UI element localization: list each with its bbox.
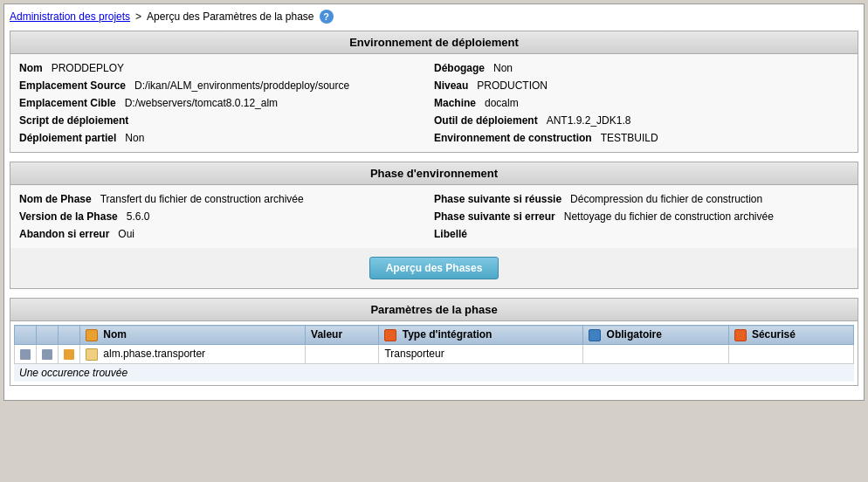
col-valeur-header: Valeur: [306, 326, 379, 345]
securise-header-icon: [734, 329, 747, 341]
phase-button-row: Aperçu des Phases: [10, 248, 858, 288]
deploy-cible-value: D:/webservers/tomcat8.0.12_alm: [125, 97, 434, 109]
phase-suivante-err-field: Phase suivante si erreur Nettoyage du fi…: [434, 208, 849, 225]
deploy-nom-value: PRODDEPLOY: [52, 62, 434, 74]
row-securise: [728, 344, 853, 363]
found-count: Une occurence trouvée: [14, 364, 854, 382]
col-valeur-label: Valeur: [311, 328, 342, 341]
row-icon-2: [42, 349, 52, 360]
obligatoire-header-icon: [589, 329, 601, 341]
deploy-debug-label: Débogage: [434, 62, 490, 74]
deploy-source-label: Emplacement Source: [19, 79, 131, 92]
phase-suivante-ok-field: Phase suivante si réussie Décompression …: [434, 190, 849, 208]
deploy-section: Environnement de déploiement Nom PRODDEP…: [10, 31, 858, 153]
phase-version-label: Version de la Phase: [19, 210, 123, 223]
deploy-script-field: Script de déploiement: [19, 112, 434, 129]
phase-nom-label: Nom de Phase: [19, 193, 97, 205]
deploy-partiel-label: Déploiement partiel: [19, 132, 121, 144]
col-nom-label: Nom: [103, 328, 127, 341]
help-icon[interactable]: ?: [320, 10, 334, 24]
deploy-machine-value: docalm: [485, 97, 849, 109]
phase-suivante-err-label: Phase suivante si erreur: [434, 210, 561, 223]
row-action2: [37, 344, 59, 363]
apercu-phases-button[interactable]: Aperçu des Phases: [369, 257, 499, 279]
phase-version-field: Version de la Phase 5.6.0: [19, 208, 434, 225]
deploy-section-body: Nom PRODDEPLOY Emplacement Source D:/ika…: [10, 54, 858, 152]
deploy-nom-field: Nom PRODDEPLOY: [19, 59, 434, 77]
col-obligatoire-header: Obligatoire: [583, 326, 728, 345]
deploy-partiel-value: Non: [125, 132, 434, 144]
deploy-fields-grid: Nom PRODDEPLOY Emplacement Source D:/ika…: [19, 59, 849, 147]
deploy-left-col: Nom PRODDEPLOY Emplacement Source D:/ika…: [19, 59, 434, 147]
row-icon-1: [20, 349, 31, 360]
phase-libelle-label: Libellé: [434, 228, 472, 240]
deploy-debug-field: Débogage Non: [434, 59, 849, 77]
deploy-niveau-value: PRODUCTION: [477, 79, 849, 92]
params-table-wrapper: Nom Valeur Type d'intégration Obligatoir…: [10, 321, 858, 385]
deploy-partiel-field: Déploiement partiel Non: [19, 129, 434, 147]
deploy-source-field: Emplacement Source D:/ikan/ALM_environme…: [19, 77, 434, 94]
deploy-outil-label: Outil de déploiement: [434, 114, 543, 127]
row-integration: Transporteur: [379, 344, 583, 363]
phase-suivante-ok-value: Décompression du fichier de construction: [570, 193, 849, 205]
breadcrumb-link[interactable]: Administration des projets: [10, 10, 130, 23]
params-section: Paramètres de la phase Nom Valeur: [10, 298, 858, 386]
col-integration-label: Type d'intégration: [403, 328, 493, 341]
col-integration-header: Type d'intégration: [379, 326, 583, 345]
col-securise-header: Sécurisé: [728, 326, 853, 345]
table-row: alm.phase.transporter Transporteur: [15, 344, 854, 363]
deploy-machine-field: Machine docalm: [434, 94, 849, 112]
deploy-machine-label: Machine: [434, 97, 481, 109]
deploy-construction-value: TESTBUILD: [601, 132, 849, 144]
deploy-cible-field: Emplacement Cible D:/webservers/tomcat8.…: [19, 94, 434, 112]
row-icon-3: [64, 349, 74, 360]
phase-abandon-label: Abandon si erreur: [19, 228, 114, 240]
params-table: Nom Valeur Type d'intégration Obligatoir…: [14, 325, 854, 364]
phase-libelle-field: Libellé: [434, 225, 849, 243]
deploy-outil-field: Outil de déploiement ANT1.9.2_JDK1.8: [434, 112, 849, 129]
phase-left-col: Nom de Phase Transfert du fichier de con…: [19, 190, 434, 243]
breadcrumb-separator: >: [135, 10, 141, 23]
deploy-debug-value: Non: [493, 62, 849, 74]
deploy-construction-label: Environnement de construction: [434, 132, 597, 144]
phase-section-body: Nom de Phase Transfert du fichier de con…: [10, 185, 858, 248]
deploy-niveau-label: Niveau: [434, 79, 473, 92]
phase-section: Phase d'environnement Nom de Phase Trans…: [10, 162, 858, 289]
deploy-niveau-field: Niveau PRODUCTION: [434, 77, 849, 94]
deploy-outil-value: ANT1.9.2_JDK1.8: [547, 114, 849, 127]
phase-nom-value: Transfert du fichier de construction arc…: [100, 193, 434, 205]
col-action2: [37, 326, 59, 345]
deploy-right-col: Débogage Non Niveau PRODUCTION Machine d…: [434, 59, 849, 147]
integration-header-icon: [384, 329, 396, 341]
deploy-section-header: Environnement de déploiement: [10, 31, 858, 54]
breadcrumb: Administration des projets > Aperçu des …: [10, 10, 858, 24]
row-nom-value: alm.phase.transporter: [103, 348, 205, 360]
col-action1: [15, 326, 37, 345]
phase-nom-field: Nom de Phase Transfert du fichier de con…: [19, 190, 434, 208]
deploy-source-value: D:/ikan/ALM_environments/proddeploy/sour…: [134, 79, 434, 92]
phase-right-col: Phase suivante si réussie Décompression …: [434, 190, 849, 243]
deploy-cible-label: Emplacement Cible: [19, 97, 121, 109]
col-securise-label: Sécurisé: [752, 328, 796, 341]
deploy-nom-label: Nom: [19, 62, 48, 74]
row-file-icon: [86, 348, 98, 361]
row-obligatoire: [583, 344, 728, 363]
row-nom: alm.phase.transporter: [80, 344, 306, 363]
deploy-construction-field: Environnement de construction TESTBUILD: [434, 129, 849, 147]
main-container: Administration des projets > Aperçu des …: [3, 3, 865, 401]
phase-suivante-ok-label: Phase suivante si réussie: [434, 193, 567, 205]
col-obligatoire-label: Obligatoire: [607, 328, 662, 341]
row-action1: [15, 344, 37, 363]
phase-section-header: Phase d'environnement: [10, 162, 858, 185]
deploy-script-label: Script de déploiement: [19, 114, 134, 127]
row-valeur: [306, 344, 379, 363]
phase-version-value: 5.6.0: [127, 210, 434, 223]
breadcrumb-current: Aperçu des Paramètres de la phase: [147, 10, 313, 23]
col-nom-header: Nom: [80, 326, 306, 345]
phase-abandon-field: Abandon si erreur Oui: [19, 225, 434, 243]
params-section-header: Paramètres de la phase: [10, 299, 858, 321]
row-action3: [59, 344, 80, 363]
phase-fields-grid: Nom de Phase Transfert du fichier de con…: [19, 190, 849, 243]
phase-suivante-err-value: Nettoyage du fichier de construction arc…: [564, 210, 849, 223]
phase-abandon-value: Oui: [118, 228, 434, 240]
